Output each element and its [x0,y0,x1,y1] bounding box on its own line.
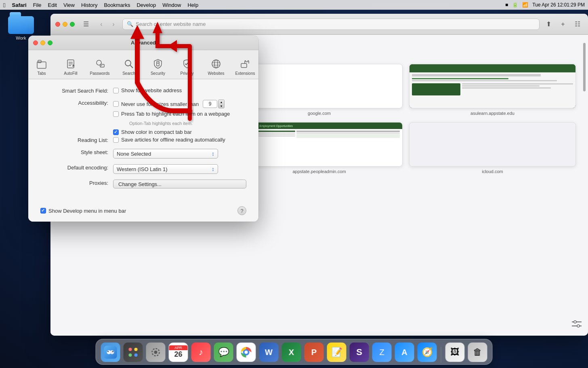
scrollbar[interactable] [583,35,586,332]
tab-security[interactable]: Security [144,55,172,79]
dock-item-music[interactable]: ♪ [191,342,212,363]
press-tab-checkbox[interactable] [113,111,119,117]
svg-rect-22 [157,63,159,66]
press-tab-label: Press Tab to highlight each item on a we… [121,111,230,117]
passwords-icon [94,58,105,70]
dock-item-preview[interactable]: 🖼 [445,342,466,363]
excel-icon: X [282,343,301,362]
save-articles-checkbox[interactable] [113,137,119,143]
stepper-down[interactable]: ▾ [218,104,224,108]
svg-point-44 [107,351,109,352]
never-small-fonts-checkbox[interactable] [113,101,119,107]
dock-item-settings[interactable] [145,342,166,363]
tab-search[interactable]: Search [115,55,143,79]
scrollbar-track [583,43,586,336]
forward-button[interactable]: › [108,19,119,29]
develop-menu-checkbox[interactable] [40,208,46,214]
tab-extensions[interactable]: Extensions [231,55,258,79]
dialog-footer: Show Develop menu in menu bar ? [28,202,258,222]
dialog-tl-green[interactable] [48,40,52,45]
new-tab-button[interactable]: + [557,19,569,29]
extensions-icon [239,58,251,70]
menubar-file[interactable]: File [33,2,42,8]
menubar-history[interactable]: History [81,2,97,8]
tab-extensions-label: Extensions [235,71,255,76]
style-sheet-select[interactable]: None Selected ↕ [113,149,218,159]
list-item[interactable]: google.com [236,64,403,116]
safari-toolbar: ☰ ‹ › 🔍 Search or enter website name ⬆ +… [50,14,588,35]
tab-websites[interactable]: Websites [202,55,230,79]
back-button[interactable]: ‹ [96,19,107,29]
list-item[interactable]: asulearn.appstate.edu [409,64,576,116]
change-settings-button[interactable]: Change Settings... [113,180,246,188]
tab-tabs[interactable]: Tabs [28,55,55,79]
dock-item-notes[interactable]: 📝 [326,342,347,363]
dock-item-slack[interactable]: S [349,342,370,363]
proxies-row: Proxies: Change Settings... [40,180,246,188]
dialog-tl-red[interactable] [33,40,38,45]
show-full-address-checkbox[interactable] [113,88,119,93]
never-small-fonts-row: Never use font sizes smaller than 9 ▴ ▾ [113,99,246,108]
dock-item-ppt[interactable]: P [304,342,325,363]
list-item[interactable]: icloud.com [409,122,576,174]
dock-item-finder[interactable] [100,342,121,363]
dock-item-launchpad[interactable] [123,342,144,363]
tl-green[interactable] [70,22,75,27]
tl-red[interactable] [55,22,60,27]
tl-yellow[interactable] [63,22,67,27]
appstate-content [410,72,575,108]
show-color-compact-checkbox[interactable] [113,129,119,135]
menubar-view[interactable]: View [63,2,75,8]
font-size-stepper[interactable]: ▴ ▾ [218,99,225,108]
menubar-bookmarks[interactable]: Bookmarks [104,2,130,8]
sidebar-toggle[interactable]: ☰ [80,19,92,29]
menubar-edit[interactable]: Edit [48,2,57,8]
grid-view-button[interactable]: ☷ [572,19,583,29]
accessibility-label: Accessibility: [40,99,113,106]
dock-item-trash[interactable]: 🗑 [467,342,488,363]
develop-menu-row: Show Develop menu in menu bar [40,208,126,214]
help-button[interactable]: ? [237,206,246,215]
dock-item-zoom[interactable]: Z [372,342,393,363]
dock-item-messages[interactable]: 💬 [213,342,234,363]
share-button[interactable]: ⬆ [543,19,554,29]
folder-label: Work [16,36,26,40]
thumbnail-appstate2: Appalachian Employment Opportunities [236,122,403,167]
dock-item-excel[interactable]: X [281,342,302,363]
encoding-select-arrow-icon: ↕ [212,166,214,172]
default-encoding-select[interactable]: Western (ISO Latin 1) ↕ [113,164,218,174]
address-bar[interactable]: 🔍 Search or enter website name [122,19,540,30]
adjust-controls[interactable] [572,320,582,329]
dock-item-chrome[interactable] [236,342,257,363]
chrome-icon [237,343,256,362]
folder-body [8,16,34,34]
stepper-up[interactable]: ▴ [218,100,224,104]
menubar-develop[interactable]: Develop [136,2,156,8]
style-sheet-label: Style sheet: [40,149,113,155]
svg-point-47 [134,348,138,351]
dock-item-safari[interactable]: 🧭 [417,342,438,363]
tab-autofill[interactable]: AutoFill [57,55,84,79]
menubar-window[interactable]: Window [162,2,181,8]
dock-item-appstore[interactable]: A [394,342,415,363]
list-item[interactable]: Appalachian Employment Opportunities [236,122,403,174]
dock-item-calendar[interactable]: APR 26 [168,342,189,363]
show-color-compact-row: Show color in compact tab bar [113,129,246,135]
apple-menu[interactable]:  [3,2,5,8]
tab-passwords[interactable]: Passwords [86,55,113,79]
svg-point-46 [129,348,132,351]
tab-websites-label: Websites [208,71,225,76]
dialog-content: Smart Search Field: Show full website ad… [28,79,258,202]
scrollbar-thumb [583,43,586,91]
dock-safari-icon: 🧭 [418,343,437,362]
dock-item-word[interactable]: W [258,342,279,363]
menubar-safari[interactable]: Safari [12,2,26,8]
show-full-address-row: Show full website address [113,87,246,93]
adjust-icon [572,320,582,328]
tab-privacy-label: Privacy [181,71,194,76]
menubar-help[interactable]: Help [187,2,198,8]
svg-point-50 [154,351,158,354]
dialog-tl-yellow[interactable] [40,40,45,45]
svg-point-19 [101,65,102,66]
tab-privacy[interactable]: Privacy [173,55,201,79]
